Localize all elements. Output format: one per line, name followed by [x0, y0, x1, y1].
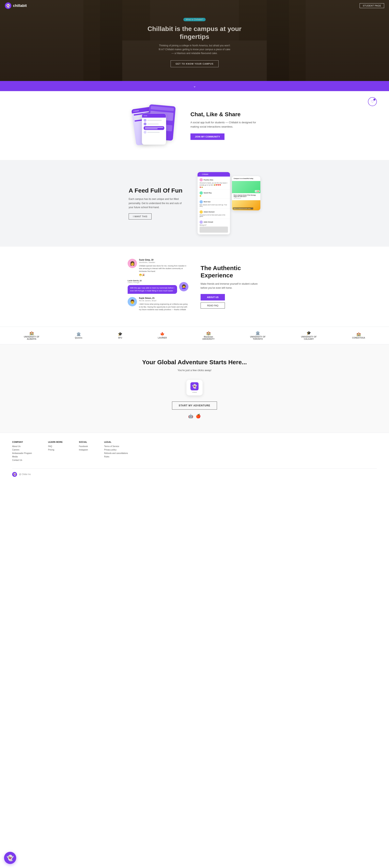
- footer-link-instagram[interactable]: Instagram: [79, 449, 88, 451]
- adventure-cta-group: START MY ADVENTURE 🤖 🍎: [8, 402, 381, 418]
- university-logos-section: 🏫 UNIVERSITY OFALBERTA 🏛️ Queens 🎓 SFU 🍁…: [0, 327, 389, 344]
- footer-social-col: SOCIAL Facebook Instagram: [79, 441, 88, 462]
- testimonial-1-avatar: 👩: [128, 259, 137, 268]
- feed-description: Each campus has its own unique and fun f…: [129, 197, 185, 209]
- university-calgary: 🎓 UNIVERSITY OFCALGARY: [301, 331, 317, 340]
- footer-link-pricing[interactable]: Pricing: [48, 449, 63, 451]
- student-page-button[interactable]: STUDENT PAGE: [360, 3, 384, 8]
- hero-title: Chillabit is the campus at your fingerti…: [144, 25, 245, 40]
- testimonial-1-location: Stockholm, Sweden: [139, 261, 188, 264]
- footer-link-contact[interactable]: Contact Us: [12, 459, 32, 461]
- authentic-title: The Authentic Experience: [201, 265, 261, 279]
- chat-phone-mockup: Chillabit Chat: [130, 103, 178, 148]
- university-macewan: 🏫 MacEwanUNIVERSITY: [202, 331, 215, 340]
- read-faq-button[interactable]: READ FAQ: [201, 303, 225, 309]
- testimonial-1-name: Suzie Gimp, 19: [139, 259, 188, 261]
- start-adventure-button[interactable]: START MY ADVENTURE: [172, 402, 217, 410]
- chat-title: Chat, Like & Share: [190, 111, 259, 118]
- testimonial-1-emoji: 😁🎉: [139, 274, 188, 276]
- testimonial-2-name: Lucie Garcia, 22: [128, 280, 177, 282]
- feed-post-4: Adam Dumani Shoutout to Ish for that clu…: [198, 209, 230, 219]
- android-icon[interactable]: 🤖: [188, 414, 193, 418]
- chat-description: A social app built for students — Chilla…: [190, 121, 259, 129]
- footer-company-col: COMPANY About Us Careers Ambassador Prog…: [12, 441, 32, 462]
- footer-link-facebook[interactable]: Facebook: [79, 445, 88, 447]
- university-laurier: 🍁 LAURIER: [158, 332, 167, 339]
- adventure-subtitle: You're just a few clicks away!: [8, 369, 381, 372]
- hero-badge: What is Chillabit?: [183, 18, 206, 21]
- footer-link-terms[interactable]: Terms of Service: [104, 445, 128, 447]
- chevron-down-icon: ⌄: [193, 84, 196, 88]
- footer-social-title: SOCIAL: [79, 441, 88, 443]
- testimonial-2-chat: With this app I was able to meet my room…: [128, 285, 177, 294]
- university-alberta: 🏫 UNIVERSITY OFALBERTA: [24, 331, 39, 340]
- heart-icon-float: ♡: [368, 97, 377, 106]
- logo-icon: 👻: [5, 2, 11, 9]
- feed-post-3: Nick Sun 8am classes don't exist if you …: [198, 198, 230, 209]
- brand-name: chillabit: [13, 4, 27, 8]
- feed-phone-mockups: ‹ Chillabit Paulina Stas Shoutout to Sar…: [198, 172, 260, 235]
- footer-copyright: @ Chitter Inc: [19, 473, 31, 475]
- store-icons: 🤖 🍎: [8, 414, 381, 418]
- chat-section: ♡ Chillabit Chat: [0, 91, 389, 160]
- testimonial-3-name: Kayle Simon, 21: [139, 297, 188, 299]
- heart-dot: [373, 99, 376, 101]
- i-want-this-button[interactable]: I WANT THIS: [129, 213, 152, 219]
- testimonial-3-text: I didn't know what joining engineering a…: [139, 303, 188, 311]
- authentic-text-content: The Authentic Experience Make friends an…: [201, 265, 261, 309]
- footer: COMPANY About Us Careers Ambassador Prog…: [0, 433, 389, 481]
- feed-text-content: A Feed Full Of Fun Each campus has its o…: [129, 187, 185, 219]
- authentic-description: Make friends and immerse yourself in stu…: [201, 282, 261, 290]
- about-us-button[interactable]: ABOUT US: [201, 294, 225, 301]
- hero-cta-button[interactable]: GET TO KNOW YOUR CAMPUS: [171, 60, 219, 67]
- join-community-button[interactable]: JOIN MY COMMUNITY: [190, 133, 225, 140]
- phone-card-front: Chat: [142, 113, 166, 145]
- apple-icon[interactable]: 🍎: [196, 414, 201, 418]
- footer-legal-title: LEGAL: [104, 441, 128, 443]
- university-sfu: 🎓 SFU: [118, 332, 122, 339]
- feed-post-1: Paulina Stas Shoutout to Sarah, you are …: [198, 177, 230, 190]
- footer-legal-col: LEGAL Terms of Service Privacy policy Re…: [104, 441, 128, 462]
- footer-link-careers[interactable]: Careers: [12, 449, 32, 451]
- testimonial-2-location: Lisbon, Portugal: [128, 282, 177, 283]
- footer-bottom: 👻 @ Chitter Inc: [12, 468, 377, 477]
- feed-phone-header: ‹ Chillabit: [198, 172, 230, 177]
- adventure-title: Your Global Adventure Starts Here...: [8, 359, 381, 366]
- testimonial-3-avatar: 👨: [128, 297, 137, 306]
- adventure-section: Your Global Adventure Starts Here... You…: [0, 344, 389, 433]
- feed-post-2: Sarah Roy 😊: [198, 190, 230, 198]
- footer-link-faq[interactable]: FAQ: [48, 445, 63, 447]
- footer-link-ambassador[interactable]: Ambassador Program: [12, 452, 32, 454]
- authentic-section: 👩 Suzie Gimp, 19 Stockholm, Sweden Chill…: [0, 247, 389, 327]
- feed-phone-2: Campus is so beautiful today 97 ❤️ Does …: [232, 176, 260, 210]
- university-toronto: 🏛️ UNIVERSITY OFTORONTO: [250, 331, 266, 340]
- navbar: 👻 chillabit STUDENT PAGE: [0, 0, 389, 11]
- footer-link-about[interactable]: About Us: [12, 445, 32, 447]
- footer-columns: COMPANY About Us Careers Ambassador Prog…: [12, 441, 377, 462]
- footer-learn-more-col: LEARN MORE FAQ Pricing: [48, 441, 63, 462]
- testimonial-1-text: Chillabit opened new doors for me. movin…: [139, 265, 188, 273]
- footer-link-privacy[interactable]: Privacy policy: [104, 449, 128, 451]
- feed-phone-1: ‹ Chillabit Paulina Stas Shoutout to Sar…: [198, 172, 230, 235]
- testimonials-group: 👩 Suzie Gimp, 19 Stockholm, Sweden Chill…: [128, 259, 188, 314]
- testimonial-3-location: Rio de Janeiro, Brazil: [139, 300, 188, 302]
- testimonial-2-avatar: 👩‍🦱: [179, 282, 188, 291]
- university-queens: 🏛️ Queens: [75, 332, 83, 339]
- footer-link-refunds[interactable]: Refunds and cancellations: [104, 452, 128, 454]
- footer-link-rules[interactable]: Rules: [104, 456, 128, 458]
- chat-text-content: Chat, Like & Share A social app built fo…: [190, 111, 259, 140]
- testimonial-2: Lucie Garcia, 22 Lisbon, Portugal With t…: [128, 280, 188, 294]
- hero-subtitle: Thinking of joining a college in North A…: [158, 44, 231, 56]
- footer-company-title: COMPANY: [12, 441, 32, 443]
- brand-logo[interactable]: 👻 chillabit: [5, 2, 27, 9]
- app-mockup: 👻 chillabit: [186, 380, 203, 396]
- feed-post-5: Adib Chmali Wrong no?: [198, 219, 230, 235]
- feed-title: A Feed Full Of Fun: [129, 187, 185, 194]
- hero-section: What is Chillabit? Chillabit is the camp…: [0, 0, 389, 81]
- university-conestoga: 🏫 CONESTOGA: [352, 332, 365, 339]
- testimonial-3: 👨 Kayle Simon, 21 Rio de Janeiro, Brazil…: [128, 297, 188, 311]
- testimonial-1: 👩 Suzie Gimp, 19 Stockholm, Sweden Chill…: [128, 259, 188, 277]
- purple-banner: ⌄: [0, 81, 389, 91]
- footer-link-media[interactable]: Media: [12, 456, 32, 458]
- app-icon-label: chillabit: [192, 392, 197, 393]
